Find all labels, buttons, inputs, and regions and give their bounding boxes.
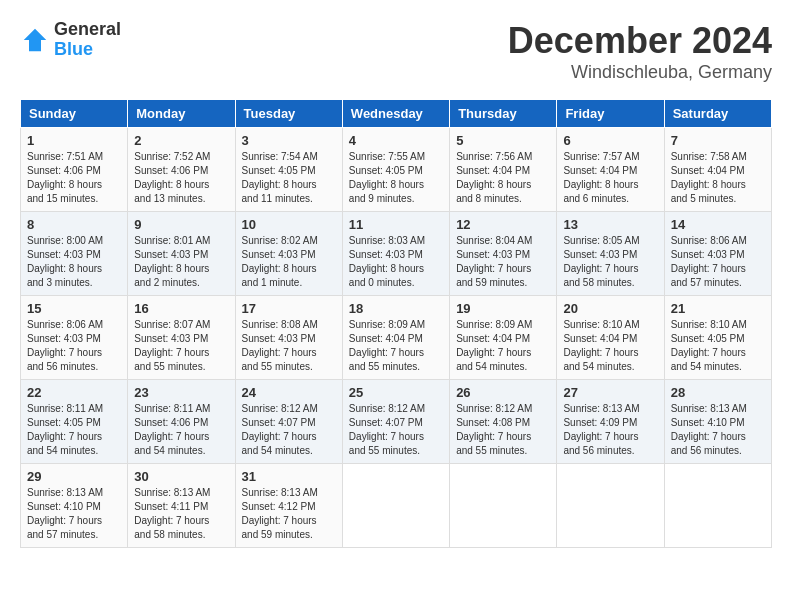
day-number: 13 <box>563 217 657 232</box>
day-number: 4 <box>349 133 443 148</box>
calendar-cell: 19Sunrise: 8:09 AMSunset: 4:04 PMDayligh… <box>450 296 557 380</box>
cell-info: Sunrise: 7:52 AMSunset: 4:06 PMDaylight:… <box>134 150 228 206</box>
week-row-3: 15Sunrise: 8:06 AMSunset: 4:03 PMDayligh… <box>21 296 772 380</box>
calendar-cell: 13Sunrise: 8:05 AMSunset: 4:03 PMDayligh… <box>557 212 664 296</box>
day-number: 16 <box>134 301 228 316</box>
calendar-cell: 23Sunrise: 8:11 AMSunset: 4:06 PMDayligh… <box>128 380 235 464</box>
day-number: 6 <box>563 133 657 148</box>
calendar-cell: 22Sunrise: 8:11 AMSunset: 4:05 PMDayligh… <box>21 380 128 464</box>
calendar-cell <box>664 464 771 548</box>
day-number: 26 <box>456 385 550 400</box>
week-row-2: 8Sunrise: 8:00 AMSunset: 4:03 PMDaylight… <box>21 212 772 296</box>
calendar-cell: 16Sunrise: 8:07 AMSunset: 4:03 PMDayligh… <box>128 296 235 380</box>
day-number: 10 <box>242 217 336 232</box>
day-header-monday: Monday <box>128 100 235 128</box>
calendar-cell <box>342 464 449 548</box>
day-number: 9 <box>134 217 228 232</box>
day-number: 22 <box>27 385 121 400</box>
cell-info: Sunrise: 8:06 AMSunset: 4:03 PMDaylight:… <box>27 318 121 374</box>
calendar-cell: 10Sunrise: 8:02 AMSunset: 4:03 PMDayligh… <box>235 212 342 296</box>
calendar-cell: 25Sunrise: 8:12 AMSunset: 4:07 PMDayligh… <box>342 380 449 464</box>
calendar-cell: 5Sunrise: 7:56 AMSunset: 4:04 PMDaylight… <box>450 128 557 212</box>
day-header-tuesday: Tuesday <box>235 100 342 128</box>
calendar-cell: 20Sunrise: 8:10 AMSunset: 4:04 PMDayligh… <box>557 296 664 380</box>
day-number: 18 <box>349 301 443 316</box>
calendar-cell: 2Sunrise: 7:52 AMSunset: 4:06 PMDaylight… <box>128 128 235 212</box>
day-number: 17 <box>242 301 336 316</box>
calendar-header: SundayMondayTuesdayWednesdayThursdayFrid… <box>21 100 772 128</box>
header: General Blue December 2024 Windischleuba… <box>20 20 772 83</box>
cell-info: Sunrise: 7:54 AMSunset: 4:05 PMDaylight:… <box>242 150 336 206</box>
cell-info: Sunrise: 8:13 AMSunset: 4:10 PMDaylight:… <box>27 486 121 542</box>
calendar-cell: 18Sunrise: 8:09 AMSunset: 4:04 PMDayligh… <box>342 296 449 380</box>
cell-info: Sunrise: 8:05 AMSunset: 4:03 PMDaylight:… <box>563 234 657 290</box>
title-area: December 2024 Windischleuba, Germany <box>508 20 772 83</box>
calendar-cell: 24Sunrise: 8:12 AMSunset: 4:07 PMDayligh… <box>235 380 342 464</box>
day-header-thursday: Thursday <box>450 100 557 128</box>
day-number: 25 <box>349 385 443 400</box>
week-row-4: 22Sunrise: 8:11 AMSunset: 4:05 PMDayligh… <box>21 380 772 464</box>
day-number: 12 <box>456 217 550 232</box>
logo: General Blue <box>20 20 121 60</box>
calendar-cell: 9Sunrise: 8:01 AMSunset: 4:03 PMDaylight… <box>128 212 235 296</box>
day-number: 24 <box>242 385 336 400</box>
calendar-cell: 14Sunrise: 8:06 AMSunset: 4:03 PMDayligh… <box>664 212 771 296</box>
day-number: 19 <box>456 301 550 316</box>
logo-icon <box>20 25 50 55</box>
cell-info: Sunrise: 8:04 AMSunset: 4:03 PMDaylight:… <box>456 234 550 290</box>
cell-info: Sunrise: 8:07 AMSunset: 4:03 PMDaylight:… <box>134 318 228 374</box>
day-number: 11 <box>349 217 443 232</box>
day-number: 29 <box>27 469 121 484</box>
cell-info: Sunrise: 8:13 AMSunset: 4:09 PMDaylight:… <box>563 402 657 458</box>
calendar-cell: 17Sunrise: 8:08 AMSunset: 4:03 PMDayligh… <box>235 296 342 380</box>
day-number: 30 <box>134 469 228 484</box>
subtitle: Windischleuba, Germany <box>508 62 772 83</box>
cell-info: Sunrise: 8:13 AMSunset: 4:10 PMDaylight:… <box>671 402 765 458</box>
day-header-saturday: Saturday <box>664 100 771 128</box>
week-row-1: 1Sunrise: 7:51 AMSunset: 4:06 PMDaylight… <box>21 128 772 212</box>
day-headers-row: SundayMondayTuesdayWednesdayThursdayFrid… <box>21 100 772 128</box>
day-number: 21 <box>671 301 765 316</box>
day-number: 8 <box>27 217 121 232</box>
cell-info: Sunrise: 8:11 AMSunset: 4:06 PMDaylight:… <box>134 402 228 458</box>
cell-info: Sunrise: 8:12 AMSunset: 4:08 PMDaylight:… <box>456 402 550 458</box>
week-row-5: 29Sunrise: 8:13 AMSunset: 4:10 PMDayligh… <box>21 464 772 548</box>
day-number: 14 <box>671 217 765 232</box>
calendar-body: 1Sunrise: 7:51 AMSunset: 4:06 PMDaylight… <box>21 128 772 548</box>
day-header-friday: Friday <box>557 100 664 128</box>
day-number: 31 <box>242 469 336 484</box>
calendar-cell: 11Sunrise: 8:03 AMSunset: 4:03 PMDayligh… <box>342 212 449 296</box>
cell-info: Sunrise: 7:51 AMSunset: 4:06 PMDaylight:… <box>27 150 121 206</box>
cell-info: Sunrise: 8:09 AMSunset: 4:04 PMDaylight:… <box>456 318 550 374</box>
day-number: 1 <box>27 133 121 148</box>
cell-info: Sunrise: 8:10 AMSunset: 4:05 PMDaylight:… <box>671 318 765 374</box>
cell-info: Sunrise: 8:00 AMSunset: 4:03 PMDaylight:… <box>27 234 121 290</box>
cell-info: Sunrise: 7:55 AMSunset: 4:05 PMDaylight:… <box>349 150 443 206</box>
calendar-cell: 31Sunrise: 8:13 AMSunset: 4:12 PMDayligh… <box>235 464 342 548</box>
cell-info: Sunrise: 8:13 AMSunset: 4:11 PMDaylight:… <box>134 486 228 542</box>
cell-info: Sunrise: 8:06 AMSunset: 4:03 PMDaylight:… <box>671 234 765 290</box>
day-header-wednesday: Wednesday <box>342 100 449 128</box>
calendar-cell: 29Sunrise: 8:13 AMSunset: 4:10 PMDayligh… <box>21 464 128 548</box>
cell-info: Sunrise: 8:12 AMSunset: 4:07 PMDaylight:… <box>349 402 443 458</box>
calendar: SundayMondayTuesdayWednesdayThursdayFrid… <box>20 99 772 548</box>
calendar-cell: 26Sunrise: 8:12 AMSunset: 4:08 PMDayligh… <box>450 380 557 464</box>
day-number: 23 <box>134 385 228 400</box>
day-number: 3 <box>242 133 336 148</box>
day-number: 20 <box>563 301 657 316</box>
cell-info: Sunrise: 8:13 AMSunset: 4:12 PMDaylight:… <box>242 486 336 542</box>
cell-info: Sunrise: 7:58 AMSunset: 4:04 PMDaylight:… <box>671 150 765 206</box>
cell-info: Sunrise: 7:56 AMSunset: 4:04 PMDaylight:… <box>456 150 550 206</box>
day-number: 15 <box>27 301 121 316</box>
main-title: December 2024 <box>508 20 772 62</box>
logo-blue: Blue <box>54 40 121 60</box>
calendar-cell <box>450 464 557 548</box>
cell-info: Sunrise: 8:03 AMSunset: 4:03 PMDaylight:… <box>349 234 443 290</box>
calendar-cell: 8Sunrise: 8:00 AMSunset: 4:03 PMDaylight… <box>21 212 128 296</box>
cell-info: Sunrise: 8:01 AMSunset: 4:03 PMDaylight:… <box>134 234 228 290</box>
logo-text: General Blue <box>54 20 121 60</box>
calendar-cell: 28Sunrise: 8:13 AMSunset: 4:10 PMDayligh… <box>664 380 771 464</box>
calendar-cell: 3Sunrise: 7:54 AMSunset: 4:05 PMDaylight… <box>235 128 342 212</box>
day-number: 27 <box>563 385 657 400</box>
calendar-cell: 12Sunrise: 8:04 AMSunset: 4:03 PMDayligh… <box>450 212 557 296</box>
